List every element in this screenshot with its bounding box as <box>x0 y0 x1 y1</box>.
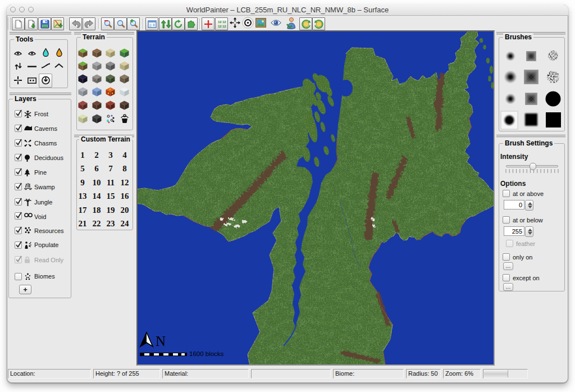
svg-text:12: 12 <box>222 25 226 28</box>
svg-text:N: N <box>156 334 166 349</box>
svg-text:1600 blocks: 1600 blocks <box>189 350 224 357</box>
svg-text:12: 12 <box>218 25 222 28</box>
svg-text:12: 12 <box>218 20 222 24</box>
svg-text:12: 12 <box>222 20 226 24</box>
